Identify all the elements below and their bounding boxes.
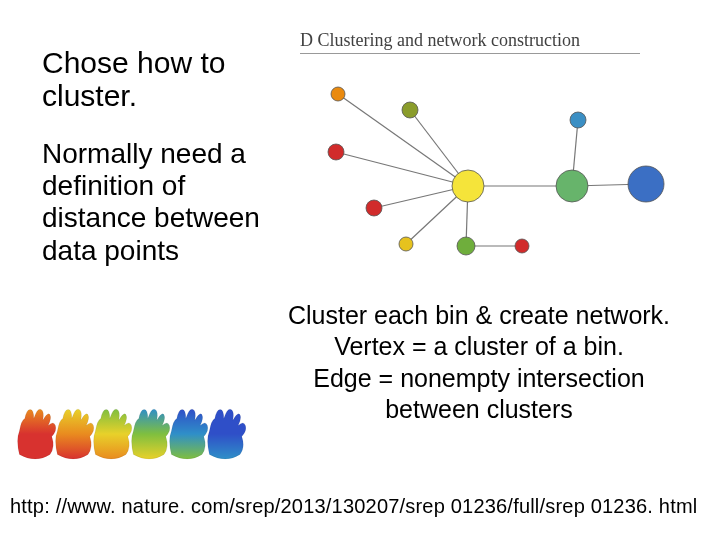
graph-node	[331, 87, 345, 101]
panel-header: D Clustering and network construction	[300, 30, 640, 54]
caption-line: Cluster each bin & create network.	[264, 300, 694, 331]
slide-title: Chose how to cluster.	[42, 46, 262, 112]
graph-node	[556, 170, 588, 202]
hand-thumbnail	[94, 409, 132, 459]
graph-node	[366, 200, 382, 216]
hand-thumbnail	[56, 409, 94, 459]
graph-node	[328, 144, 344, 160]
graph-edge	[336, 152, 468, 186]
caption-line: Edge = nonempty intersection between clu…	[264, 363, 694, 426]
graph-node	[402, 102, 418, 118]
slide-paragraph: Normally need a definition of distance b…	[42, 138, 262, 267]
caption-line: Vertex = a cluster of a bin.	[264, 331, 694, 362]
graph-node	[399, 237, 413, 251]
network-graph	[290, 56, 690, 280]
figure-caption: Cluster each bin & create network. Verte…	[264, 300, 694, 425]
source-url: http: //www. nature. com/srep/2013/13020…	[10, 495, 697, 518]
hand-thumbnail	[170, 409, 208, 459]
graph-node	[452, 170, 484, 202]
graph-node	[628, 166, 664, 202]
graph-node	[570, 112, 586, 128]
hand-thumbnail	[132, 409, 170, 459]
hand-thumbnails	[14, 396, 246, 474]
graph-node	[457, 237, 475, 255]
hand-thumbnail	[208, 409, 246, 459]
network-panel: D Clustering and network construction	[290, 30, 690, 280]
hand-thumbnail	[18, 409, 56, 459]
graph-node	[515, 239, 529, 253]
